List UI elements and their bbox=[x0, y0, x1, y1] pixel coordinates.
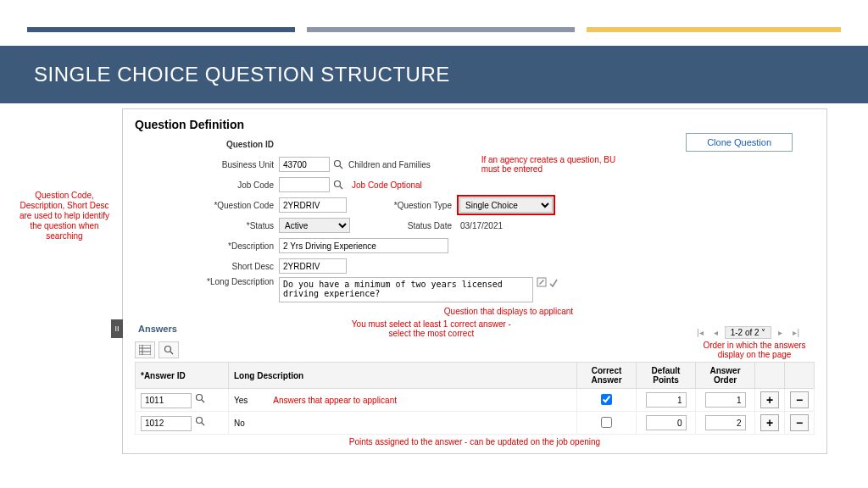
answer-id-field[interactable] bbox=[141, 416, 192, 431]
col-correct[interactable]: Correct Answer bbox=[577, 363, 637, 389]
find-button[interactable] bbox=[159, 341, 179, 358]
add-row-button[interactable]: + bbox=[760, 414, 779, 431]
business-unit-field[interactable] bbox=[279, 157, 330, 172]
lookup-icon[interactable] bbox=[193, 414, 207, 428]
svg-line-14 bbox=[202, 423, 204, 425]
col-order[interactable]: Answer Order bbox=[696, 363, 755, 389]
pager-next-icon[interactable]: ▸ bbox=[775, 328, 786, 337]
order-field[interactable] bbox=[705, 415, 746, 430]
table-row: No+− bbox=[136, 412, 815, 435]
svg-line-3 bbox=[340, 186, 342, 189]
label-short-desc: Short Desc bbox=[135, 262, 279, 271]
svg-point-11 bbox=[197, 395, 203, 401]
correct-checkbox[interactable] bbox=[601, 417, 612, 428]
lookup-icon[interactable] bbox=[331, 178, 345, 191]
pager-last-icon[interactable]: ▸| bbox=[789, 328, 803, 337]
svg-line-10 bbox=[170, 352, 173, 354]
lookup-icon[interactable] bbox=[193, 391, 207, 405]
accent-bar-1 bbox=[27, 27, 295, 32]
pager-prev-icon[interactable]: ◂ bbox=[710, 328, 721, 337]
accent-bar-2 bbox=[307, 27, 575, 32]
svg-line-1 bbox=[340, 166, 342, 169]
status-date-value: 03/17/2021 bbox=[457, 221, 503, 230]
status-select[interactable]: Active bbox=[279, 218, 350, 233]
svg-point-0 bbox=[335, 161, 341, 167]
add-row-button[interactable]: + bbox=[760, 391, 779, 408]
pager-range[interactable]: 1-2 of 2 ˅ bbox=[725, 326, 772, 339]
spellcheck-icon[interactable] bbox=[548, 277, 559, 287]
job-code-field[interactable] bbox=[279, 177, 330, 192]
lookup-icon[interactable] bbox=[331, 158, 345, 171]
answers-title: Answers bbox=[138, 324, 177, 334]
points-field[interactable] bbox=[646, 415, 687, 430]
short-desc-field[interactable] bbox=[279, 258, 347, 274]
svg-point-2 bbox=[335, 181, 341, 187]
correct-checkbox[interactable] bbox=[601, 394, 612, 405]
bu-text: Children and Families bbox=[345, 160, 431, 169]
note-points: Points assigned to the answer - can be u… bbox=[349, 437, 600, 446]
slide-title: SINGLE CHOICE QUESTION STRUCTURE bbox=[0, 46, 868, 103]
label-job-code: Job Code bbox=[135, 180, 279, 190]
col-long-desc[interactable]: Long Description bbox=[229, 363, 577, 389]
label-question-type: *Question Type bbox=[381, 201, 457, 210]
accent-bar-3 bbox=[587, 27, 841, 32]
note-jobcode: Job Code Optional bbox=[352, 180, 422, 190]
remove-row-button[interactable]: − bbox=[790, 391, 809, 408]
description-field[interactable] bbox=[279, 238, 448, 253]
label-question-code: *Question Code bbox=[135, 201, 279, 210]
long-desc-field[interactable]: Do you have a minimum of two years licen… bbox=[279, 277, 533, 302]
edit-icon[interactable] bbox=[537, 277, 547, 287]
grid-view-button[interactable] bbox=[135, 341, 155, 358]
label-long-desc: *Long Description bbox=[135, 277, 279, 286]
label-question-id: Question ID bbox=[135, 140, 279, 149]
svg-point-9 bbox=[165, 347, 171, 352]
answer-id-field[interactable] bbox=[141, 393, 192, 408]
svg-line-12 bbox=[202, 400, 204, 402]
label-business-unit: Business Unit bbox=[135, 160, 279, 169]
pager-first-icon[interactable]: |◂ bbox=[693, 328, 707, 337]
question-code-field[interactable] bbox=[279, 197, 347, 213]
svg-rect-5 bbox=[139, 345, 151, 355]
col-points[interactable]: Default Points bbox=[637, 363, 696, 389]
remove-row-button[interactable]: − bbox=[790, 414, 809, 431]
table-row: YesAnswers that appear to applicant+− bbox=[136, 389, 815, 412]
svg-point-13 bbox=[197, 418, 203, 424]
note-bu: If an agency creates a question, BU must… bbox=[481, 155, 617, 174]
order-field[interactable] bbox=[705, 392, 746, 408]
points-field[interactable] bbox=[646, 392, 687, 408]
question-definition-panel: Question Definition Question Code, Descr… bbox=[122, 108, 827, 454]
note-longdesc: Question that displays to applicant bbox=[444, 307, 573, 316]
note-order: Order in which the answers display on th… bbox=[699, 341, 810, 359]
panel-title: Question Definition bbox=[135, 118, 815, 131]
label-status-date: Status Date bbox=[381, 221, 457, 230]
answer-desc: No bbox=[234, 419, 245, 428]
note-answers: You must select at least 1 correct answe… bbox=[347, 319, 516, 338]
note-side-left: Question Code, Description, Short Desc a… bbox=[18, 191, 111, 241]
col-answer-id[interactable]: *Answer ID bbox=[136, 363, 229, 389]
answer-desc: Yes bbox=[234, 396, 248, 405]
label-description: *Description bbox=[135, 241, 279, 251]
answers-table: *Answer ID Long Description Correct Answ… bbox=[135, 362, 815, 435]
question-type-select[interactable]: Single Choice bbox=[459, 197, 553, 213]
note-appear: Answers that appear to applicant bbox=[273, 396, 397, 405]
label-status: *Status bbox=[135, 221, 279, 230]
expand-tab[interactable]: II bbox=[111, 319, 123, 338]
